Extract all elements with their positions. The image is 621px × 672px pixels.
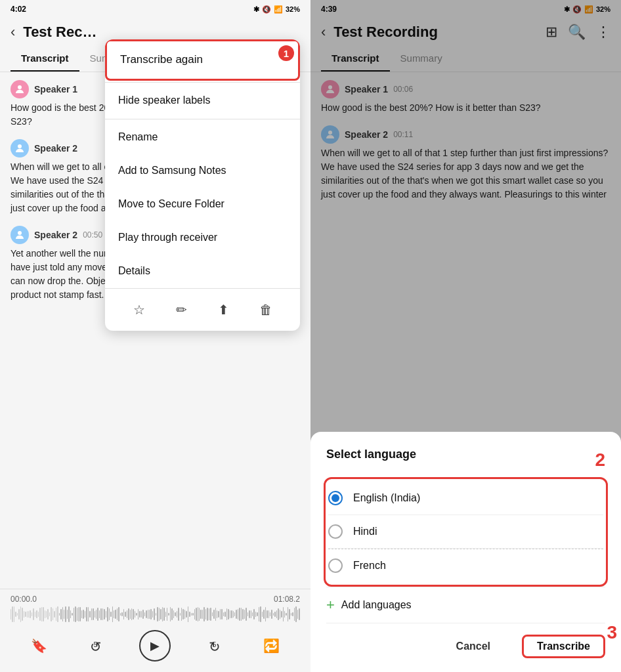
left-status-bar: 4:02 ✱ 🔇 📶 32% (0, 0, 310, 18)
speaker-1-name: Speaker 1 (34, 84, 77, 94)
star-icon[interactable]: ☆ (127, 298, 151, 322)
delete-icon[interactable]: 🗑 (254, 298, 278, 322)
add-language-row[interactable]: + Add languages (326, 587, 605, 623)
dialog-buttons: Cancel Transcribe 3 (326, 623, 605, 662)
add-language-label: Add languages (341, 599, 412, 611)
dropdown-play-receiver[interactable]: Play through receiver (105, 221, 300, 255)
left-bottom-player: 00:00.0 01:08.2 // Generate waveform bar… (0, 589, 310, 672)
speaker-1-avatar (11, 80, 29, 98)
left-status-icons: ✱ 🔇 📶 32% (253, 5, 300, 14)
speaker-2-name: Speaker 2 (34, 143, 77, 154)
bookmark-button[interactable]: 🔖 (26, 633, 52, 659)
speaker-3-name: Speaker 2 (34, 230, 77, 240)
waveform-display: // Generate waveform bars inline via tem… (11, 606, 300, 622)
left-tab-transcript[interactable]: Transcript (11, 46, 79, 72)
hindi-label: Hindi (353, 526, 377, 537)
speaker-3-avatar (11, 226, 29, 244)
radio-dot-english (332, 494, 339, 502)
svg-point-0 (18, 85, 22, 89)
svg-point-2 (18, 231, 22, 235)
dropdown-transcribe-again[interactable]: Transcribe again (107, 41, 298, 79)
bluetooth-icon: ✱ (253, 5, 259, 14)
french-label: French (353, 560, 386, 572)
badge-2: 2 (595, 450, 605, 471)
share-icon[interactable]: ⬆ (212, 298, 236, 322)
radio-english (328, 491, 343, 505)
language-dialog: Select language 2 English (India) Hindi (310, 432, 621, 672)
left-phone-panel: 4:02 ✱ 🔇 📶 32% ‹ Test Rec… Transcript Su… (0, 0, 310, 672)
left-time: 4:02 (11, 5, 26, 14)
dialog-backdrop: Select language 2 English (India) Hindi (310, 0, 621, 672)
badge-3: 3 (607, 622, 617, 643)
wifi-icon: 📶 (274, 5, 283, 14)
left-title: Test Rec… (23, 24, 300, 41)
badge-1: 1 (278, 45, 294, 61)
speaker-2-avatar (11, 139, 29, 158)
player-controls: 🔖 ↺5 ▶ ↻5 🔁 (11, 627, 300, 664)
loop-button[interactable]: 🔁 (259, 633, 285, 659)
forward-button[interactable]: ↻5 (202, 633, 228, 659)
svg-point-1 (18, 144, 22, 148)
svg-text:5: 5 (93, 640, 97, 648)
left-battery: 32% (286, 5, 300, 13)
radio-french (328, 558, 343, 573)
left-back-button[interactable]: ‹ (11, 24, 15, 41)
player-end-time: 01:08.2 (274, 595, 300, 604)
dropdown-move-secure[interactable]: Move to Secure Folder (105, 188, 300, 221)
language-english[interactable]: English (India) (328, 482, 603, 515)
edit-icon[interactable]: ✏ (169, 298, 193, 322)
player-start-time: 00:00.0 (11, 595, 37, 604)
rewind-button[interactable]: ↺5 (83, 633, 109, 659)
dialog-title: Select language (326, 448, 589, 461)
dropdown-icons-row: ☆ ✏ ⬆ 🗑 (105, 288, 300, 331)
language-options-container: English (India) Hindi French (324, 477, 608, 587)
radio-hindi (328, 524, 343, 539)
transcribe-button[interactable]: Transcribe (522, 635, 605, 658)
dropdown-hide-labels[interactable]: Hide speaker labels (105, 84, 300, 117)
language-french[interactable]: French (328, 549, 603, 582)
language-hindi[interactable]: Hindi (328, 515, 603, 549)
dropdown-add-notes[interactable]: Add to Samsung Notes (105, 154, 300, 188)
dropdown-details[interactable]: Details (105, 255, 300, 288)
right-phone-panel: 4:39 ✱ 🔇 📶 32% ‹ Test Recording ⊞ 🔍 ⋮ Tr… (310, 0, 621, 672)
play-button[interactable]: ▶ (139, 630, 171, 662)
speaker-3-time: 00:50 (83, 230, 102, 240)
mute-icon: 🔇 (262, 5, 271, 14)
dropdown-menu: Transcribe again 1 Hide speaker labels R… (105, 39, 300, 331)
add-language-icon: + (326, 597, 335, 614)
cancel-button[interactable]: Cancel (440, 634, 506, 659)
english-label: English (India) (353, 492, 420, 504)
svg-text:5: 5 (213, 640, 217, 648)
dropdown-rename[interactable]: Rename (105, 121, 300, 154)
